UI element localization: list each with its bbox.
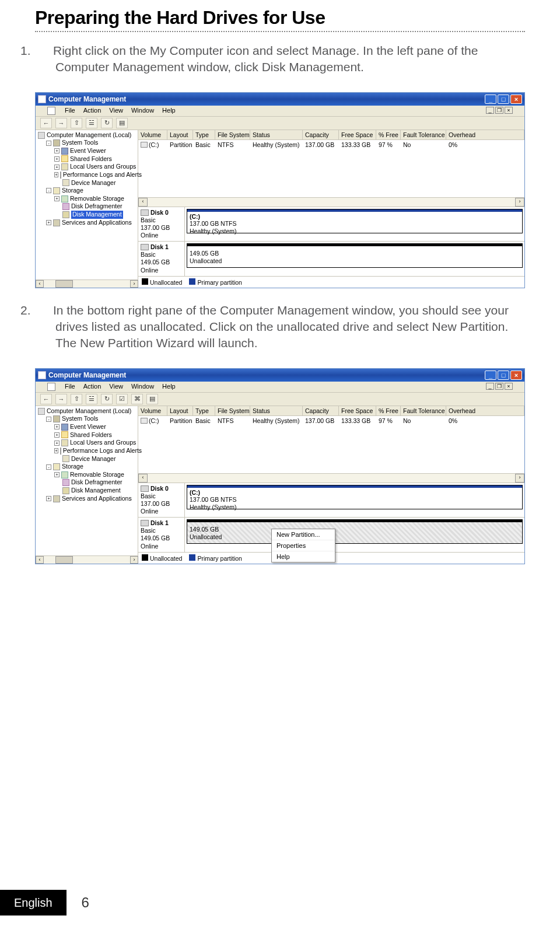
disk-1-unallocated[interactable]: 149.05 GB Unallocated — [187, 244, 522, 267]
tree-local-users[interactable]: Local Users and Groups — [70, 163, 136, 171]
disk-0-row[interactable]: Disk 0 Basic 137.00 GB Online (C:) 137.0… — [138, 483, 524, 518]
menu-file[interactable]: File — [65, 107, 75, 115]
properties-button[interactable]: ☱ — [86, 118, 97, 128]
menu-window[interactable]: Window — [131, 107, 154, 115]
volume-list[interactable]: (C:) Partition Basic NTFS Healthy (Syste… — [138, 140, 524, 197]
child-restore-button[interactable]: ❐ — [495, 383, 503, 390]
menu-view[interactable]: View — [109, 383, 123, 391]
expand-icon[interactable]: - — [46, 417, 51, 422]
menu-file[interactable]: File — [65, 383, 75, 391]
menu-action[interactable]: Action — [83, 107, 102, 115]
disk-1-unallocated[interactable]: 149.05 GB Unallocated — [187, 520, 522, 543]
col-capacity[interactable]: Capacity — [303, 130, 339, 139]
tree-local-users[interactable]: Local Users and Groups — [70, 439, 136, 447]
tree-disk-management[interactable]: Disk Management — [71, 487, 121, 495]
up-button[interactable]: ⇧ — [71, 394, 82, 404]
expand-icon[interactable]: + — [54, 448, 58, 453]
tree-disk-defragmenter[interactable]: Disk Defragmenter — [71, 478, 123, 487]
menu-item-properties[interactable]: Properties — [272, 540, 335, 551]
tree-services[interactable]: Services and Applications — [62, 495, 132, 503]
col-status[interactable]: Status — [250, 406, 303, 415]
scroll-left-icon[interactable]: ‹ — [138, 198, 148, 207]
expand-icon[interactable]: + — [54, 424, 60, 429]
tree-performance[interactable]: Performance Logs and Alerts — [63, 447, 142, 455]
tree-root[interactable]: Computer Management (Local) — [47, 407, 131, 415]
child-restore-button[interactable]: ❐ — [495, 107, 503, 114]
scroll-thumb[interactable] — [55, 556, 73, 564]
scroll-right-icon[interactable]: › — [130, 556, 138, 564]
context-menu[interactable]: New Partition... Properties Help — [271, 529, 335, 562]
tree-disk-defragmenter[interactable]: Disk Defragmenter — [71, 202, 123, 211]
refresh-button[interactable]: ↻ — [101, 394, 113, 404]
tree-removable-storage[interactable]: Removable Storage — [70, 471, 124, 479]
tree-disk-management[interactable]: Disk Management — [71, 211, 123, 219]
tree-performance[interactable]: Performance Logs and Alerts — [63, 171, 142, 179]
scroll-left-icon[interactable]: ‹ — [36, 556, 44, 564]
col-capacity[interactable]: Capacity — [303, 406, 339, 415]
col-overhead[interactable]: Overhead — [446, 406, 524, 415]
volume-list[interactable]: (C:) Partition Basic NTFS Healthy (Syste… — [138, 416, 524, 473]
menu-item-help[interactable]: Help — [272, 551, 335, 562]
col-layout[interactable]: Layout — [167, 130, 193, 139]
disk-0-row[interactable]: Disk 0 Basic 137.00 GB Online (C:) 137.0… — [138, 207, 524, 242]
col-status[interactable]: Status — [250, 130, 303, 139]
col-freespace[interactable]: Free Space — [339, 406, 376, 415]
child-minimize-button[interactable]: _ — [486, 383, 494, 390]
toolbar-extra-3[interactable]: ▤ — [146, 394, 158, 404]
scroll-right-icon[interactable]: › — [130, 280, 138, 288]
child-minimize-button[interactable]: _ — [486, 107, 494, 114]
child-close-button[interactable]: × — [505, 383, 513, 390]
disk-0-partition-c[interactable]: (C:) 137.00 GB NTFS Healthy (System) — [187, 209, 522, 233]
col-pctfree[interactable]: % Free — [376, 130, 401, 139]
expand-icon[interactable]: + — [46, 496, 51, 501]
forward-button[interactable]: → — [55, 394, 67, 404]
close-button[interactable]: × — [510, 95, 522, 104]
refresh-button[interactable]: ↻ — [101, 118, 113, 128]
col-type[interactable]: Type — [193, 130, 215, 139]
tree-root[interactable]: Computer Management (Local) — [47, 131, 131, 139]
disk-1-row[interactable]: Disk 1 Basic 149.05 GB Online 149.05 GB … — [138, 242, 524, 277]
toolbar-extra-button[interactable]: ▤ — [116, 118, 128, 128]
scroll-left-icon[interactable]: ‹ — [36, 280, 44, 288]
volume-row[interactable]: (C:) Partition Basic NTFS Healthy (Syste… — [138, 140, 524, 149]
child-close-button[interactable]: × — [505, 107, 513, 114]
menu-help[interactable]: Help — [162, 107, 176, 115]
close-button[interactable]: × — [510, 371, 522, 380]
up-button[interactable]: ⇧ — [71, 118, 82, 128]
scroll-right-icon[interactable]: › — [515, 198, 524, 207]
forward-button[interactable]: → — [55, 118, 67, 128]
tree-shared-folders[interactable]: Shared Folders — [70, 155, 112, 163]
tree-storage[interactable]: Storage — [62, 187, 83, 195]
scroll-right-icon[interactable]: › — [515, 474, 524, 483]
col-fault[interactable]: Fault Tolerance — [401, 406, 446, 415]
tree-device-manager[interactable]: Device Manager — [71, 179, 116, 187]
expand-icon[interactable]: + — [54, 472, 60, 477]
tree-device-manager[interactable]: Device Manager — [71, 455, 116, 463]
menu-view[interactable]: View — [109, 107, 123, 115]
col-volume[interactable]: Volume — [138, 130, 167, 139]
scroll-left-icon[interactable]: ‹ — [138, 474, 148, 483]
col-pctfree[interactable]: % Free — [376, 406, 401, 415]
tree-shared-folders[interactable]: Shared Folders — [70, 431, 112, 439]
col-freespace[interactable]: Free Space — [339, 130, 376, 139]
col-volume[interactable]: Volume — [138, 406, 167, 415]
expand-icon[interactable]: - — [46, 464, 51, 470]
expand-icon[interactable]: + — [54, 172, 58, 177]
back-button[interactable]: ← — [40, 394, 52, 404]
tree-services[interactable]: Services and Applications — [62, 219, 132, 227]
volume-row[interactable]: (C:) Partition Basic NTFS Healthy (Syste… — [138, 416, 524, 425]
tree-scrollbar[interactable]: ‹ › — [36, 555, 138, 564]
titlebar[interactable]: Computer Management _ □ × — [36, 93, 524, 106]
menu-action[interactable]: Action — [83, 383, 102, 391]
expand-icon[interactable]: + — [54, 165, 60, 170]
expand-icon[interactable]: - — [46, 188, 51, 193]
scroll-thumb[interactable] — [55, 280, 73, 288]
toolbar-extra-1[interactable]: ☑ — [116, 394, 128, 404]
volume-scrollbar[interactable]: ‹ › — [138, 197, 524, 207]
titlebar[interactable]: Computer Management _ □ × — [36, 369, 524, 382]
maximize-button[interactable]: □ — [498, 95, 509, 104]
expand-icon[interactable]: + — [54, 432, 60, 438]
volume-scrollbar[interactable]: ‹ › — [138, 473, 524, 483]
disk-0-partition-c[interactable]: (C:) 137.00 GB NTFS Healthy (System) — [187, 485, 522, 509]
tree-scrollbar[interactable]: ‹ › — [36, 279, 138, 288]
